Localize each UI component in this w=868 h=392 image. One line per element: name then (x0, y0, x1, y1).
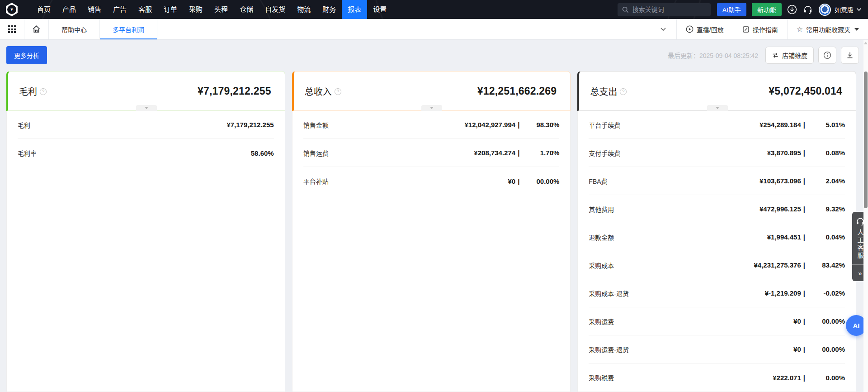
guide-doc-icon (742, 26, 750, 33)
tab-help-center[interactable]: 帮助中心 (49, 19, 100, 39)
user-avatar[interactable] (819, 4, 831, 16)
home-button[interactable] (24, 19, 49, 39)
metric-row-percent: 5.01% (805, 121, 845, 129)
home-icon (32, 25, 41, 33)
app-logo-icon[interactable]: ▼ (5, 3, 19, 16)
metric-row-amount: ¥254,289.184 (760, 121, 801, 129)
metric-row-amount: ¥0 (793, 345, 801, 353)
star-icon: ☆ (797, 26, 803, 33)
menu-item-销售[interactable]: 销售 (82, 0, 107, 19)
metric-row-amount: ¥472,996.125 (760, 205, 801, 213)
headset-support-icon[interactable] (803, 5, 813, 14)
workspace-tab-bar: 帮助中心 多平台利润 直播/回放 操作指南 ☆ 常用功能收藏夹 (0, 19, 868, 40)
card-collapse-handle[interactable] (707, 105, 728, 111)
metric-row: FBA费¥103,673.096|2.04% (589, 167, 845, 195)
menu-item-订单[interactable]: 订单 (158, 0, 183, 19)
card-total-value: ¥7,179,212.255 (198, 85, 271, 97)
menu-item-客服[interactable]: 客服 (132, 0, 158, 19)
metric-row-amount: 58.60% (251, 149, 274, 157)
metric-row-amount: ¥208,734.274 (474, 149, 515, 157)
card-collapse-handle[interactable] (421, 105, 442, 111)
metric-row-amount: ¥103,673.096 (760, 177, 801, 185)
card-title-text: 毛利 (19, 85, 37, 98)
search-box[interactable] (618, 3, 711, 16)
menu-item-财务[interactable]: 财务 (316, 0, 342, 19)
card-header: 总收入?¥12,251,662.269 (292, 71, 571, 111)
metric-row-percent: 9.32% (805, 205, 845, 213)
scrollbar-thumb[interactable] (864, 72, 868, 208)
menu-item-设置[interactable]: 设置 (367, 0, 392, 19)
menu-item-广告[interactable]: 广告 (107, 0, 132, 19)
metric-cards: 毛利?¥7,179,212.255毛利¥7,179,212.255毛利率58.6… (6, 71, 856, 387)
metric-row-label: 支付手续费 (589, 148, 767, 158)
card-header: 毛利?¥7,179,212.255 (6, 71, 285, 111)
download-report-button[interactable] (841, 47, 859, 64)
help-question-icon[interactable]: ? (335, 88, 341, 95)
metric-row-percent: 0.08% (805, 149, 845, 157)
menu-item-仓储[interactable]: 仓储 (234, 0, 259, 19)
help-question-icon[interactable]: ? (40, 88, 47, 95)
metric-row-percent: 1.70% (519, 149, 559, 157)
apps-grid-button[interactable] (0, 19, 24, 39)
download-client-icon[interactable] (787, 5, 797, 14)
metric-row-label: 采购运费 (589, 317, 793, 326)
favorites-button[interactable]: ☆ 常用功能收藏夹 (787, 19, 868, 39)
more-analysis-button[interactable]: 更多分析 (6, 46, 47, 64)
metric-row-percent: -0.02% (805, 289, 845, 297)
top-navigation-bar: ▼ 首页产品销售广告客服订单采购头程仓储自发货物流财务报表设置 AI助手 新功能… (0, 0, 868, 19)
metric-row-label: 销售金额 (303, 120, 465, 129)
menu-item-自发货[interactable]: 自发货 (259, 0, 291, 19)
metric-row: 采购成本-退货¥-1,219.209|-0.02% (589, 279, 845, 307)
help-question-icon[interactable]: ? (620, 88, 627, 95)
metric-row-label: 采购成本 (589, 261, 754, 270)
tabs-collapse-chevron-icon[interactable] (650, 19, 676, 39)
new-feature-button[interactable]: 新功能 (752, 3, 782, 16)
scrollbar-up-arrow[interactable] (864, 42, 868, 44)
metric-row-percent: 98.30% (519, 121, 559, 129)
menu-item-首页[interactable]: 首页 (31, 0, 57, 19)
info-button[interactable] (818, 47, 836, 64)
main-menu: 首页产品销售广告客服订单采购头程仓储自发货物流财务报表设置 (31, 0, 392, 19)
caret-down-icon (854, 28, 859, 31)
card-body: 平台手续费¥254,289.184|5.01%支付手续费¥3,870.895|0… (577, 111, 856, 392)
metric-row-percent: 00.00% (805, 317, 845, 325)
menu-item-物流[interactable]: 物流 (291, 0, 316, 19)
live-replay-button[interactable]: 直播/回放 (676, 19, 733, 39)
store-dimension-button[interactable]: 店铺维度 (765, 47, 814, 64)
metric-row-label: FBA费 (589, 177, 760, 186)
operation-guide-label: 操作指南 (753, 25, 778, 34)
ai-assistant-button[interactable]: AI助手 (717, 3, 746, 16)
metric-card-1: 毛利?¥7,179,212.255毛利¥7,179,212.255毛利率58.6… (6, 71, 285, 392)
play-circle-icon (686, 25, 693, 33)
search-input[interactable] (632, 6, 706, 13)
metric-row: 采购税费¥222.071|0.00% (589, 363, 845, 392)
metric-row: 销售运费¥208,734.274|1.70% (303, 139, 560, 167)
operation-guide-button[interactable]: 操作指南 (733, 19, 787, 39)
menu-item-头程[interactable]: 头程 (208, 0, 234, 19)
tab-multi-platform-profit[interactable]: 多平台利润 (100, 19, 157, 39)
menu-item-产品[interactable]: 产品 (57, 0, 82, 19)
menu-item-采购[interactable]: 采购 (183, 0, 208, 19)
metric-row-percent: 83.42% (805, 261, 845, 269)
store-dimension-label: 店铺维度 (782, 51, 807, 60)
info-circle-icon (823, 51, 831, 59)
metric-row: 采购运费¥0|00.00% (589, 307, 845, 335)
metric-row-amount: ¥12,042,927.994 (465, 121, 516, 129)
metric-row: 毛利率58.60% (18, 139, 274, 167)
metric-row: 销售金额¥12,042,927.994|98.30% (303, 111, 560, 139)
card-title: 总收入? (305, 85, 341, 98)
metric-row-label: 平台手续费 (589, 120, 760, 129)
metric-row-label: 其他费用 (589, 205, 760, 214)
card-title: 总支出? (590, 85, 627, 98)
report-toolbar: 更多分析 最后更新：2025-09-04 08:25:42 店铺维度 (6, 46, 859, 64)
edition-chevron-down-icon[interactable] (856, 8, 862, 11)
metric-row-percent: 00.00% (805, 345, 845, 353)
card-collapse-handle[interactable] (136, 105, 157, 111)
metric-row-percent: 2.04% (805, 177, 845, 185)
metric-row-label: 销售运费 (303, 148, 474, 158)
vertical-scrollbar[interactable] (863, 40, 868, 392)
metric-row: 采购成本¥4,231,275.376|83.42% (589, 251, 845, 279)
metric-row-percent: 00.00% (519, 177, 559, 185)
metric-row-label: 毛利 (18, 120, 226, 129)
menu-item-报表[interactable]: 报表 (342, 0, 367, 19)
